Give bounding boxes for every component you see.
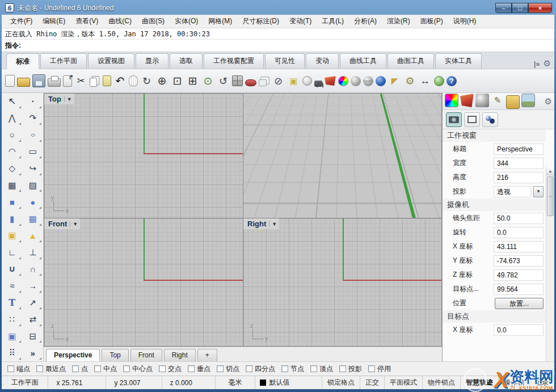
osnap-item[interactable]: 垂点 bbox=[188, 364, 210, 374]
selection-filter-icon[interactable] bbox=[388, 74, 401, 87]
zoom-extents-icon[interactable] bbox=[186, 74, 199, 87]
tabstrip-gear-icon[interactable]: ⚙ bbox=[544, 58, 551, 69]
viewport-tab[interactable]: Perspective bbox=[46, 349, 100, 361]
print-icon[interactable] bbox=[48, 78, 61, 87]
zoom-selected-icon[interactable] bbox=[201, 74, 214, 87]
osnap-item[interactable]: 最近点 bbox=[36, 364, 66, 374]
osnap-item[interactable]: 中点 bbox=[94, 364, 117, 374]
toolbar-tab[interactable]: 显示 bbox=[136, 53, 169, 69]
undo-icon[interactable] bbox=[113, 74, 127, 87]
property-value[interactable]: 50.0 bbox=[494, 213, 544, 224]
viewport-menu-chevron-icon[interactable]: ▼ bbox=[70, 221, 78, 227]
titlebar[interactable]: 6 未命名 - Undefined 6 Undefined – □ × bbox=[2, 0, 554, 15]
explode-icon[interactable] bbox=[2, 227, 23, 245]
toolbar-tab[interactable]: 曲面工具 bbox=[387, 53, 434, 69]
lock-icon[interactable] bbox=[314, 81, 322, 87]
polygon-icon[interactable] bbox=[2, 160, 23, 177]
expand-icon[interactable] bbox=[23, 344, 44, 361]
property-value[interactable]: 0.0 bbox=[494, 227, 544, 238]
zoom-icon[interactable] bbox=[155, 74, 169, 87]
toolbar-tab[interactable]: 工作视窗配置 bbox=[204, 53, 264, 69]
color-icon[interactable] bbox=[338, 76, 348, 86]
viewport-menu-chevron-icon[interactable]: ▼ bbox=[292, 96, 300, 102]
named-cplane-icon[interactable] bbox=[287, 74, 300, 87]
viewport-front-label[interactable]: Front ▼ bbox=[44, 218, 80, 229]
select-icon[interactable] bbox=[2, 93, 23, 110]
osnap-item[interactable]: 停用 bbox=[368, 364, 391, 374]
osnap-checkbox[interactable] bbox=[188, 365, 195, 372]
cut-icon[interactable] bbox=[74, 74, 87, 87]
command-prompt[interactable]: 指令: bbox=[2, 40, 554, 52]
osnap-item[interactable]: 节点 bbox=[281, 364, 304, 374]
property-value[interactable]: 99.564 bbox=[494, 284, 544, 295]
cplane-button[interactable]: 工作平面 bbox=[2, 376, 48, 389]
viewport-right[interactable]: Right ▼ z y bbox=[243, 218, 441, 346]
viewport-perspective[interactable]: Perspective ▼ z x y bbox=[243, 94, 441, 218]
close-button[interactable]: × bbox=[528, 3, 552, 13]
property-value[interactable]: 43.111 bbox=[494, 241, 544, 252]
panel-color-icon[interactable] bbox=[445, 94, 458, 107]
extend-curve-icon[interactable] bbox=[23, 277, 44, 294]
panel-subtab[interactable] bbox=[482, 112, 498, 127]
osnap-checkbox[interactable] bbox=[217, 365, 224, 372]
rectangle-icon[interactable] bbox=[23, 144, 44, 161]
toolbar-tab[interactable]: 工作平面 bbox=[40, 53, 87, 69]
options-icon[interactable] bbox=[403, 74, 416, 87]
undo-view-icon[interactable] bbox=[217, 74, 230, 87]
viewport-right-label[interactable]: Right ▼ bbox=[243, 218, 279, 229]
pan-icon[interactable] bbox=[129, 75, 138, 86]
render-preview-icon[interactable] bbox=[363, 76, 373, 86]
minimize-button[interactable]: – bbox=[495, 3, 512, 13]
menu-item[interactable]: 尺寸标注(D) bbox=[237, 15, 284, 28]
scroll-up-arrow-icon[interactable]: ▲ bbox=[546, 167, 554, 175]
curved-surface-icon[interactable] bbox=[23, 177, 44, 194]
toolbar-tab[interactable]: 变动 bbox=[306, 53, 339, 69]
display-mode-icon[interactable] bbox=[245, 79, 256, 86]
viewport-top[interactable]: Top ▼ y x bbox=[44, 94, 243, 218]
menu-item[interactable]: 面板(P) bbox=[415, 15, 448, 28]
osnap-checkbox[interactable] bbox=[310, 365, 317, 372]
new-file-icon[interactable] bbox=[5, 75, 15, 87]
orient-icon[interactable] bbox=[23, 311, 44, 328]
status-toggle[interactable]: 正交 bbox=[360, 376, 385, 389]
property-value[interactable]: Perspective bbox=[494, 144, 544, 155]
toolbar-tab[interactable]: 实体工具 bbox=[435, 53, 482, 69]
panel-folder-icon[interactable] bbox=[506, 95, 520, 109]
panel-environment-icon[interactable] bbox=[475, 94, 489, 107]
osnap-item[interactable]: 投影 bbox=[339, 364, 362, 374]
array-icon[interactable] bbox=[2, 311, 23, 328]
boolean-difference-icon[interactable] bbox=[23, 261, 44, 278]
blend-curve-icon[interactable] bbox=[2, 277, 23, 294]
viewport-top-label[interactable]: Top ▼ bbox=[44, 94, 74, 104]
viewport-tab[interactable]: Right bbox=[164, 349, 196, 361]
dimension-icon[interactable] bbox=[419, 74, 432, 87]
osnap-checkbox[interactable] bbox=[368, 365, 375, 372]
osnap-checkbox[interactable] bbox=[246, 365, 252, 372]
render-icon[interactable] bbox=[351, 76, 361, 86]
osnap-checkbox[interactable] bbox=[36, 365, 43, 372]
split-icon[interactable] bbox=[23, 244, 44, 261]
render-blue-icon[interactable] bbox=[376, 76, 386, 86]
zoom-window-icon[interactable] bbox=[171, 74, 184, 87]
scale-icon[interactable] bbox=[23, 294, 44, 311]
toolbar-tab[interactable]: 曲线工具 bbox=[340, 53, 386, 69]
export-icon[interactable] bbox=[63, 75, 72, 87]
property-value[interactable]: 49.782 bbox=[494, 269, 544, 281]
cplane-icon[interactable] bbox=[272, 74, 285, 87]
control-curve-icon[interactable] bbox=[23, 110, 44, 127]
osnap-checkbox[interactable] bbox=[339, 365, 346, 372]
circle-icon[interactable] bbox=[2, 127, 23, 144]
units-indicator[interactable]: 毫米 bbox=[216, 376, 256, 389]
viewport-menu-chevron-icon[interactable]: ▼ bbox=[269, 221, 277, 227]
osnap-item[interactable]: 顶点 bbox=[310, 364, 333, 374]
toolbar-tab[interactable]: 可见性 bbox=[265, 53, 305, 69]
dropdown-arrow-icon[interactable]: ▼ bbox=[533, 186, 544, 197]
lights-icon[interactable] bbox=[302, 76, 312, 86]
panel-subtab[interactable] bbox=[464, 112, 480, 127]
toolbar-tab[interactable]: 标准 bbox=[6, 53, 39, 69]
boolean-union-icon[interactable] bbox=[2, 261, 23, 278]
panel-settings-gear-icon[interactable]: ⚙ bbox=[545, 96, 552, 107]
panel-scrollbar[interactable]: ▲ ≡ bbox=[546, 167, 554, 361]
status-toggle[interactable]: 平面模式 bbox=[385, 376, 423, 389]
viewport-tab[interactable]: Front bbox=[130, 349, 162, 361]
